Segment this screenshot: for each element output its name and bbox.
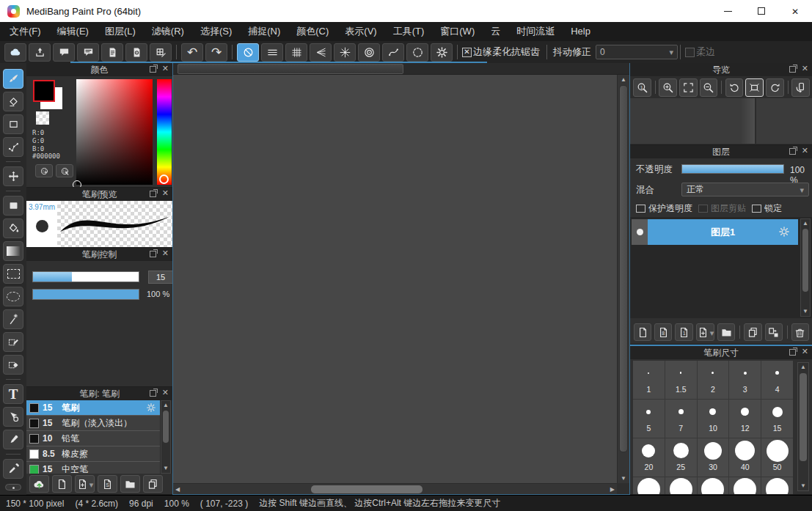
popout-icon[interactable] bbox=[789, 148, 796, 155]
brush-size-cell[interactable] bbox=[761, 477, 793, 494]
select-pen-tool[interactable] bbox=[3, 332, 23, 352]
brush-list-scrollbar[interactable]: ▲ ▼ bbox=[161, 400, 171, 474]
brush-size-cell[interactable]: 3 bbox=[729, 361, 761, 399]
antialias-checkbox[interactable] bbox=[462, 48, 472, 57]
menu-item[interactable]: 工具(T) bbox=[385, 22, 433, 41]
close-icon[interactable] bbox=[802, 347, 808, 356]
scroll-down-icon[interactable]: ▼ bbox=[798, 482, 808, 490]
undo-button[interactable]: ↶ bbox=[181, 43, 203, 62]
menu-item[interactable]: 图层(L) bbox=[97, 22, 144, 41]
new-folder-button[interactable] bbox=[717, 323, 735, 341]
close-icon[interactable] bbox=[162, 188, 169, 198]
menu-item[interactable]: 文件(F) bbox=[1, 22, 49, 41]
brush-size-cell[interactable]: 12 bbox=[729, 400, 761, 438]
hue-slider[interactable] bbox=[157, 79, 172, 185]
delete-layer-button[interactable] bbox=[791, 323, 809, 341]
scroll-up-icon[interactable]: ▲ bbox=[798, 363, 808, 372]
menu-item[interactable]: 编辑(E) bbox=[49, 22, 97, 41]
popout-icon[interactable] bbox=[789, 349, 796, 356]
brush-size-cell[interactable]: 1.5 bbox=[665, 361, 697, 399]
fill-figure-tool[interactable] bbox=[3, 196, 23, 216]
sv-marker[interactable] bbox=[73, 180, 81, 188]
pen-tool[interactable] bbox=[3, 430, 23, 449]
scroll-left-icon[interactable]: ◀ bbox=[175, 486, 180, 493]
brush-size-cell[interactable]: 30 bbox=[698, 438, 729, 477]
palette-edit-button[interactable] bbox=[56, 164, 73, 177]
popout-icon[interactable] bbox=[150, 251, 156, 257]
snap-grid-button[interactable] bbox=[285, 43, 307, 62]
scroll-down-icon[interactable]: ▼ bbox=[161, 464, 170, 473]
document-button[interactable] bbox=[101, 43, 123, 62]
snap-parallel-button[interactable] bbox=[261, 43, 283, 62]
popout-icon[interactable] bbox=[150, 390, 156, 397]
brush-size-slider[interactable] bbox=[32, 271, 139, 282]
publish-button[interactable] bbox=[29, 43, 51, 62]
close-icon[interactable] bbox=[802, 146, 808, 155]
scrollbar-thumb[interactable] bbox=[619, 85, 628, 452]
menu-item[interactable]: Help bbox=[563, 22, 599, 41]
brush-size-cell[interactable] bbox=[665, 477, 697, 494]
stabilizer-dropdown[interactable]: 0 bbox=[596, 45, 678, 59]
new-brush-button[interactable] bbox=[52, 475, 72, 493]
reset-rotation-button[interactable] bbox=[745, 78, 764, 97]
close-icon[interactable] bbox=[802, 64, 808, 73]
operation-tool[interactable] bbox=[3, 407, 23, 427]
snap-curve-button[interactable] bbox=[382, 43, 404, 62]
layer-row[interactable]: 图层1 bbox=[632, 219, 798, 245]
brush-list-item[interactable]: 10铅笔 bbox=[26, 431, 160, 446]
scroll-up-icon[interactable]: ▲ bbox=[801, 219, 810, 228]
blend-mode-dropdown[interactable]: 正常 bbox=[681, 183, 809, 196]
close-icon[interactable] bbox=[162, 249, 169, 258]
menu-item[interactable]: 颜色(C) bbox=[288, 22, 337, 41]
add-brush-menu-button[interactable] bbox=[75, 475, 95, 493]
rotate-view-button[interactable] bbox=[791, 78, 810, 97]
scroll-right-icon[interactable]: ▶ bbox=[610, 486, 615, 493]
close-icon[interactable] bbox=[162, 64, 169, 73]
popout-icon[interactable] bbox=[150, 66, 156, 73]
transparent-color-swatch[interactable] bbox=[36, 111, 49, 125]
zoom-100-button[interactable]: 1 bbox=[633, 78, 651, 97]
select-eraser-tool[interactable] bbox=[3, 355, 23, 375]
minimize-button[interactable] bbox=[711, 0, 745, 22]
rotate-ccw-button[interactable] bbox=[725, 78, 744, 97]
layer-settings-gear-icon[interactable] bbox=[778, 226, 790, 238]
canvas-vertical-scrollbar[interactable]: ▲ ▼ bbox=[617, 75, 629, 483]
canvas-horizontal-scrollbar[interactable]: ◀ ▶ bbox=[173, 483, 617, 494]
comment-show-button[interactable] bbox=[77, 43, 99, 62]
brush-folder-button[interactable] bbox=[120, 475, 140, 493]
scroll-up-icon[interactable]: ▲ bbox=[161, 401, 170, 410]
canvas-viewport[interactable] bbox=[173, 75, 617, 483]
brush-size-cell[interactable]: 1 bbox=[633, 361, 665, 399]
eraser-tool[interactable] bbox=[3, 92, 23, 111]
brush-size-cell[interactable]: 7 bbox=[665, 400, 697, 438]
gradient-tool[interactable] bbox=[3, 241, 23, 261]
scroll-down-icon[interactable]: ▼ bbox=[801, 307, 810, 316]
snap-settings-button[interactable] bbox=[431, 43, 453, 62]
new-1bit-layer-button[interactable]: 1 bbox=[675, 323, 692, 341]
soft-edge-checkbox[interactable] bbox=[685, 48, 695, 57]
scrollbar-thumb[interactable] bbox=[800, 373, 807, 461]
document-settings-button[interactable] bbox=[125, 43, 147, 62]
redo-button[interactable]: ↷ bbox=[205, 43, 227, 62]
snap-radial-button[interactable] bbox=[334, 43, 356, 62]
close-icon[interactable] bbox=[162, 388, 169, 397]
polyline-tool[interactable] bbox=[3, 137, 23, 157]
popout-icon[interactable] bbox=[789, 66, 796, 73]
brush-tool[interactable] bbox=[3, 69, 23, 89]
scrollbar-thumb[interactable] bbox=[311, 485, 423, 493]
add-layer-menu-button[interactable] bbox=[696, 323, 715, 341]
foreground-color-swatch[interactable] bbox=[33, 80, 55, 102]
cloud-button[interactable] bbox=[4, 43, 26, 62]
zoom-out-button[interactable] bbox=[700, 78, 718, 97]
fit-window-button[interactable] bbox=[679, 78, 698, 97]
layer-opacity-slider[interactable] bbox=[681, 164, 784, 174]
brush-size-cell[interactable]: 15 bbox=[761, 400, 793, 438]
brush-list-item[interactable]: 8.5橡皮擦 bbox=[26, 446, 160, 462]
magic-wand-tool[interactable] bbox=[3, 309, 23, 329]
brush-size-cell[interactable] bbox=[698, 477, 729, 494]
brush-size-cell[interactable]: 25 bbox=[665, 438, 697, 477]
brush-size-value[interactable]: 15 bbox=[148, 271, 172, 284]
brush-size-cell[interactable]: 4 bbox=[761, 361, 793, 399]
brush-size-cell[interactable]: 20 bbox=[633, 438, 665, 477]
select-tool[interactable] bbox=[3, 264, 23, 284]
